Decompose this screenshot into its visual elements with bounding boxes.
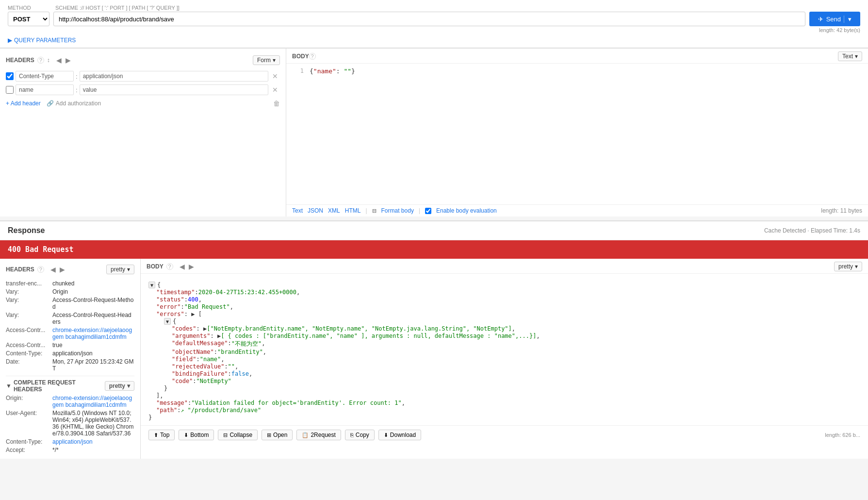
query-params-toggle[interactable]: ▶ QUERY PARAMETERS [8,35,860,48]
download-button[interactable]: ⬇ Download [378,430,421,440]
toolbar-json-btn[interactable]: JSON [308,207,323,214]
json-root-close: } [148,414,860,421]
request-length-info: length: 42 byte(s) [8,26,860,35]
header-2-name[interactable] [16,84,74,95]
method-select[interactable]: POST GET PUT DELETE [8,12,49,26]
response-title: Response [8,226,45,235]
json-errors-item-collapse[interactable]: ▼ [164,318,171,325]
json-root-collapse[interactable]: ▼ [148,282,155,288]
response-section: Response Cache Detected · Elapsed Time: … [0,220,868,459]
header-2-value[interactable] [80,84,268,95]
resp-header-vary3-value: Access-Control-Request-Headers [52,312,134,325]
method-dropdown[interactable]: POST GET PUT DELETE [8,15,49,23]
resp-headers-info[interactable]: ? [37,266,44,273]
resp-body-nav-right[interactable]: ▶ [187,263,196,270]
body-text-btn[interactable]: Text ▾ [838,51,862,61]
delete-all-icon[interactable]: 🗑 [273,100,280,107]
resp-nav-right[interactable]: ▶ [58,266,66,273]
headers-form-btn[interactable]: Form ▾ [253,55,280,65]
response-header-row: Response Cache Detected · Elapsed Time: … [0,221,868,240]
body-text-label: Text [842,53,853,60]
resp-pretty-arrow: ▾ [127,266,130,273]
query-params-label: QUERY PARAMETERS [14,37,76,44]
url-input[interactable] [53,12,805,26]
json-status-value: 400 [188,296,198,303]
json-errors-item-close: } [148,385,860,392]
complete-req-headers-toggle[interactable]: ▼ COMPLETE REQUEST HEADERS pretty ▾ [6,376,134,393]
resp-body-pretty-btn[interactable]: pretty ▾ [834,262,862,271]
send-button[interactable]: ✈ Send ▾ [809,12,860,26]
top-button[interactable]: ⬆ Top [148,430,175,440]
resp-body-info[interactable]: ? [166,263,173,270]
json-root-brace-open: { [157,282,161,288]
body-content[interactable]: {"name": ""} [310,67,355,75]
req-header-ct-value: application/json [52,438,93,445]
req-headers-list: Origin: chrome-extension://aejoelaooggem… [6,395,134,453]
toolbar-xml-btn[interactable]: XML [328,207,340,214]
body-info-icon[interactable]: ? [309,53,316,60]
add-header-button[interactable]: + Add header [6,98,41,109]
copy-label: Copy [356,432,369,438]
resp-header-transfer-name: transfer-enc... [6,280,49,287]
resp-header-access2-value: true [52,342,63,349]
headers-info-icon[interactable]: ? [37,57,44,64]
collapse-icon: ⊟ [223,432,228,438]
collapse-label: Collapse [229,432,252,438]
header-1-delete[interactable]: ✕ [270,72,280,80]
complete-pretty-btn[interactable]: pretty ▾ [105,381,134,391]
add-auth-button[interactable]: 🔗 Add authorization [47,98,101,109]
json-field: "field" : "name", [148,356,860,363]
bottom-icon: ⬇ [184,432,188,438]
json-arguments: "arguments" : ▶ [ { codes : ["brandEntit… [148,333,860,339]
json-objectname: "objectName" : "brandEntity", [148,349,860,355]
resp-header-access1-value: chrome-extension://aejoelaooggem bcahagi… [52,327,134,340]
copy-button[interactable]: ⎘ Copy [345,430,375,440]
body-label: BODY [292,53,309,60]
open-label: Open [273,432,287,438]
collapse-button[interactable]: ⊟ Collapse [218,430,258,440]
resp-header-access1-name: Access-Contr... [6,327,49,340]
toolbar-sep: | [365,207,367,214]
headers-nav-left[interactable]: ◀ [55,56,63,64]
resp-header-date-value: Mon, 27 Apr 2020 15:23:42 GMT [52,358,134,372]
resp-body-area[interactable]: ▼ { "timestamp" : 2020-04-27T15:23:42.45… [141,278,868,425]
resp-pretty-btn[interactable]: pretty ▾ [106,265,134,274]
format-body-btn[interactable]: Format body [381,207,414,214]
request-icon: 📋 [302,432,309,438]
headers-nav-right[interactable]: ▶ [64,56,72,64]
body-editor[interactable]: 1 {"name": ""} [286,64,868,151]
bottom-button[interactable]: ⬇ Bottom [179,430,214,440]
add-header-label: + Add header [6,100,41,107]
complete-pretty-label: pretty [109,383,125,389]
request-button[interactable]: 📋 2Request [296,430,341,440]
header-2-checkbox[interactable] [6,86,14,94]
json-code-value: "NotEmpty" [197,378,231,384]
resp-nav-left[interactable]: ◀ [49,266,57,273]
header-1-value[interactable] [80,71,268,82]
enable-eval-btn[interactable]: Enable body evaluation [436,207,497,214]
enable-eval-checkbox[interactable] [425,208,431,214]
response-meta: Cache Detected · Elapsed Time: 1.4s [764,227,860,234]
json-rejectedvalue: "rejectedValue" : "", [148,363,860,370]
response-headers-panel: HEADERS ? ◀ ▶ pretty ▾ transfer-enc... c… [0,259,141,459]
header-1-colon: : [76,73,78,80]
header-1-checkbox[interactable] [6,72,14,80]
body-panel: BODY ? Text ▾ 1 {"name": ""} Text JSON X… [286,49,868,217]
header-1-name[interactable] [16,71,74,82]
open-button[interactable]: ⊞ Open [262,430,293,440]
resp-header-transfer: transfer-enc... chunked [6,280,134,287]
resp-header-ct-value: application/json [52,350,93,357]
headers-sort-icon[interactable]: ↕ [47,57,50,64]
toolbar-text-btn[interactable]: Text [292,207,303,214]
header-2-delete[interactable]: ✕ [270,86,280,94]
json-field-value: "name" [200,356,221,363]
send-arrow[interactable]: ▾ [844,16,852,23]
json-objectname-key: "objectName" [172,349,214,355]
resp-body-nav-left[interactable]: ◀ [178,263,186,270]
toolbar-html-btn[interactable]: HTML [345,207,361,214]
line-num-1: 1 [292,67,304,75]
json-message-key: "message" [156,400,188,406]
req-header-origin-name: Origin: [6,395,49,408]
method-wrap: METHOD POST GET PUT DELETE [8,5,49,26]
toolbar-sep2: | [419,207,420,214]
